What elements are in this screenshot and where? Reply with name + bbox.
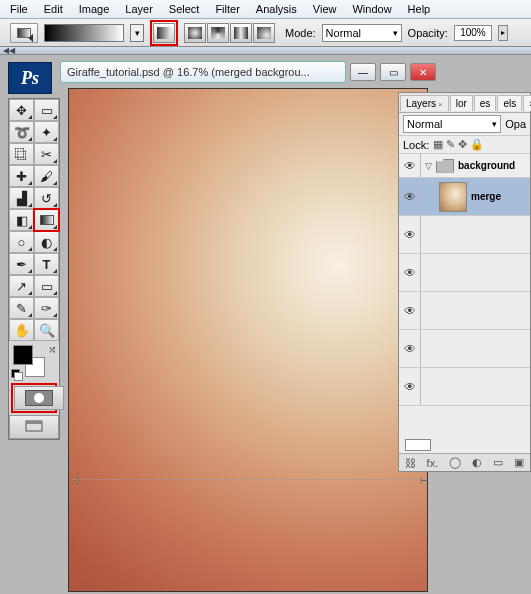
visibility-toggle[interactable]: 👁 (399, 216, 421, 253)
move-tool[interactable]: ✥ (9, 99, 34, 121)
gradient-diamond-button[interactable] (253, 23, 275, 43)
visibility-toggle[interactable]: 👁 (399, 292, 421, 329)
new-layer-icon[interactable]: ▣ (514, 456, 524, 469)
window-close-button[interactable]: ✕ (410, 63, 436, 81)
gradient-preview[interactable] (44, 24, 124, 42)
angle-gradient-icon (211, 27, 225, 39)
zoom-tool[interactable]: 🔍 (34, 319, 59, 341)
lasso-tool[interactable]: ➰ (9, 121, 34, 143)
tab-channels[interactable]: els (497, 95, 522, 111)
default-colors-icon[interactable] (11, 369, 21, 379)
lock-label: Lock: (403, 139, 429, 151)
brush-icon: 🖌 (40, 169, 53, 184)
eraser-icon: ◧ (16, 213, 28, 228)
tab-more[interactable]: › (523, 95, 531, 111)
blend-mode-select[interactable]: Normal (322, 24, 402, 42)
menu-select[interactable]: Select (161, 1, 208, 17)
screen-mode-button[interactable] (9, 415, 59, 439)
tab-color[interactable]: lor (450, 95, 473, 111)
notes-tool[interactable]: ✎ (9, 297, 34, 319)
current-tool-indicator[interactable] (10, 23, 38, 43)
eraser-tool[interactable]: ◧ (9, 209, 34, 231)
gradient-linear-button[interactable] (153, 23, 175, 43)
path-select-tool[interactable]: ↗ (9, 275, 34, 297)
gradient-radial-button[interactable] (184, 23, 206, 43)
pen-tool[interactable]: ✒ (9, 253, 34, 275)
stamp-tool[interactable]: ▟ (9, 187, 34, 209)
adjustment-layer-icon[interactable]: ◐ (472, 456, 482, 469)
radial-gradient-icon (188, 27, 202, 39)
link-layers-icon[interactable]: ⛓ (405, 457, 416, 469)
layer-blend-mode-select[interactable]: Normal (403, 115, 501, 133)
visibility-toggle[interactable]: 👁 (399, 330, 421, 367)
lock-position-icon[interactable]: ✥ (458, 138, 467, 151)
add-mask-icon[interactable]: ◯ (449, 456, 461, 469)
layer-list: 👁 ▽ background 👁 merge 👁 👁 👁 👁 👁 (399, 154, 530, 406)
menu-image[interactable]: Image (71, 1, 118, 17)
visibility-toggle[interactable]: 👁 (399, 154, 421, 177)
layer-thumbnail[interactable] (439, 182, 467, 212)
quick-mask-icon (25, 390, 53, 406)
pen-icon: ✒ (16, 257, 27, 272)
folder-disclosure-icon[interactable]: ▽ (425, 161, 432, 171)
shape-tool[interactable]: ▭ (34, 275, 59, 297)
document-canvas[interactable]: ⊹ ⊢ (68, 88, 428, 592)
blur-tool[interactable]: ○ (9, 231, 34, 253)
mode-label: Mode: (285, 27, 316, 39)
menu-edit[interactable]: Edit (36, 1, 71, 17)
menu-window[interactable]: Window (344, 1, 399, 17)
lock-transparency-icon[interactable]: ▦ (433, 138, 443, 151)
tab-swatches[interactable]: es (474, 95, 497, 111)
dodge-tool[interactable]: ◐ (34, 231, 59, 253)
opacity-input[interactable]: 100% (454, 25, 492, 41)
swap-colors-icon[interactable]: ⤭ (48, 344, 56, 355)
menu-help[interactable]: Help (400, 1, 439, 17)
gradient-angle-button[interactable] (207, 23, 229, 43)
mode-value: Normal (326, 27, 361, 39)
tab-layers[interactable]: Layers× (400, 95, 449, 111)
menu-layer[interactable]: Layer (117, 1, 161, 17)
foreground-color-swatch[interactable] (13, 345, 33, 365)
visibility-toggle[interactable]: 👁 (399, 368, 421, 405)
layer-name[interactable]: merge (471, 191, 501, 202)
tab-close-icon[interactable]: × (438, 100, 443, 109)
gradient-picker-dropdown[interactable] (130, 24, 144, 42)
panel-collapse-bar[interactable]: ◀◀ (0, 47, 531, 55)
quick-mask-toggle[interactable] (14, 386, 64, 410)
slice-tool[interactable]: ✂ (34, 143, 59, 165)
history-icon: ↺ (41, 191, 52, 206)
document-title[interactable]: Giraffe_tutorial.psd @ 16.7% (merged bac… (60, 61, 346, 83)
layer-folder[interactable]: 👁 ▽ background (399, 154, 530, 178)
layer-item-merged[interactable]: 👁 merge (399, 178, 530, 216)
visibility-toggle[interactable]: 👁 (399, 178, 421, 215)
gradient-tool[interactable] (34, 209, 59, 231)
layer-fx-icon[interactable]: fx. (427, 457, 439, 469)
gradient-reflected-button[interactable] (230, 23, 252, 43)
history-brush-tool[interactable]: ↺ (34, 187, 59, 209)
window-maximize-button[interactable]: ▭ (380, 63, 406, 81)
wand-tool[interactable]: ✦ (34, 121, 59, 143)
folder-name[interactable]: background (458, 160, 515, 171)
slice-icon: ✂ (41, 147, 52, 162)
type-tool[interactable]: T (34, 253, 59, 275)
marquee-icon: ▭ (41, 103, 53, 118)
menu-analysis[interactable]: Analysis (248, 1, 305, 17)
crop-tool[interactable]: ⿻ (9, 143, 34, 165)
hand-tool[interactable]: ✋ (9, 319, 34, 341)
marquee-tool[interactable]: ▭ (34, 99, 59, 121)
menu-view[interactable]: View (305, 1, 345, 17)
svg-rect-1 (26, 421, 42, 424)
color-swatches[interactable]: ⤭ (9, 341, 59, 381)
opacity-flyout[interactable]: ▸ (498, 25, 508, 41)
heal-tool[interactable]: ✚ (9, 165, 34, 187)
mask-thumbnail[interactable] (405, 439, 431, 451)
new-group-icon[interactable]: ▭ (493, 456, 503, 469)
menu-file[interactable]: File (2, 1, 36, 17)
menu-filter[interactable]: Filter (207, 1, 247, 17)
window-minimize-button[interactable]: — (350, 63, 376, 81)
eyedropper-tool[interactable]: ✑ (34, 297, 59, 319)
lock-all-icon[interactable]: 🔒 (470, 138, 484, 151)
lock-pixels-icon[interactable]: ✎ (446, 138, 455, 151)
brush-tool[interactable]: 🖌 (34, 165, 59, 187)
visibility-toggle[interactable]: 👁 (399, 254, 421, 291)
